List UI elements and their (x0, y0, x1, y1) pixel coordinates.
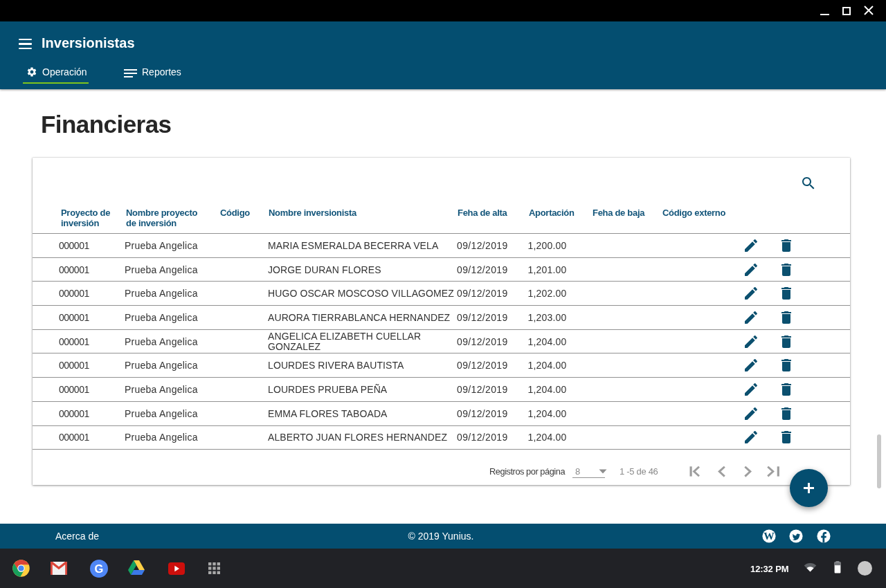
svg-text:W: W (763, 530, 775, 542)
svg-text:G: G (95, 562, 104, 575)
